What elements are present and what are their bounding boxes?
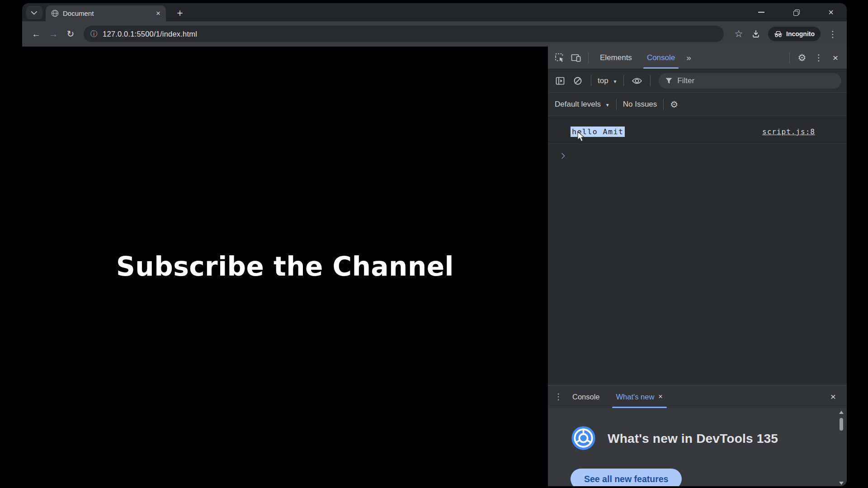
console-source-link[interactable]: script.js:8 bbox=[762, 127, 815, 136]
divider bbox=[616, 99, 617, 110]
drawer-tab-whats-new-label: What's new bbox=[616, 393, 655, 401]
console-sidebar-toggle-button[interactable] bbox=[553, 74, 567, 88]
bookmark-star-icon[interactable]: ☆ bbox=[731, 26, 746, 42]
sidebar-panel-icon bbox=[556, 77, 565, 85]
minimize-button[interactable] bbox=[755, 5, 768, 19]
drawer-scrollbar[interactable] bbox=[838, 411, 844, 485]
tab-title: Document bbox=[63, 9, 152, 17]
clear-console-icon bbox=[573, 76, 582, 85]
context-selector-label: top bbox=[598, 76, 609, 85]
incognito-label: Incognito bbox=[786, 30, 815, 38]
scrollbar-track[interactable] bbox=[838, 414, 844, 482]
filter-funnel-icon bbox=[665, 78, 672, 84]
screenshot-root: Document × + × ← → ↻ ⓘ 127.0.0.1:5500/1/… bbox=[0, 0, 868, 488]
tab-console-label: Console bbox=[647, 53, 675, 62]
url-text: 127.0.0.1:5500/1/index.html bbox=[103, 30, 197, 38]
log-levels-dropdown[interactable]: Default levels ▼ bbox=[555, 100, 610, 109]
inspect-element-button[interactable] bbox=[552, 51, 566, 65]
restore-icon bbox=[793, 9, 799, 15]
devtools-panel: Elements Console » ⚙ ⋮ × bbox=[548, 47, 847, 486]
page-heading: Subscribe the Channel bbox=[116, 251, 454, 282]
whats-new-panel: What's new in DevTools 135 See all new f… bbox=[548, 408, 847, 486]
downloads-button[interactable] bbox=[748, 26, 764, 42]
restore-button[interactable] bbox=[789, 5, 803, 19]
device-toolbar-icon bbox=[571, 53, 581, 62]
more-tabs-button[interactable]: » bbox=[684, 53, 693, 63]
clear-console-button[interactable] bbox=[571, 74, 585, 88]
address-bar[interactable]: ⓘ 127.0.0.1:5500/1/index.html bbox=[84, 26, 724, 42]
divider bbox=[623, 75, 624, 86]
filter-placeholder: Filter bbox=[677, 76, 694, 85]
download-icon bbox=[751, 29, 760, 38]
back-button[interactable]: ← bbox=[28, 26, 44, 42]
mouse-cursor bbox=[576, 131, 586, 142]
devtools-logo-icon bbox=[571, 425, 596, 451]
site-info-icon[interactable]: ⓘ bbox=[90, 29, 98, 39]
browser-window: Document × + × ← → ↻ ⓘ 127.0.0.1:5500/1/… bbox=[22, 3, 847, 486]
titlebar: Document × + × bbox=[22, 3, 847, 21]
window-close-button[interactable]: × bbox=[824, 5, 838, 19]
globe-favicon-icon bbox=[51, 9, 59, 17]
scroll-up-icon[interactable] bbox=[839, 411, 844, 414]
console-toolbar: top ▼ Filter bbox=[548, 69, 847, 93]
forward-button[interactable]: → bbox=[46, 26, 61, 42]
scrollbar-thumb[interactable] bbox=[840, 418, 843, 431]
whats-new-title: What's new in DevTools 135 bbox=[608, 432, 778, 446]
tab-close-icon[interactable]: × bbox=[156, 9, 160, 18]
drawer-tabbar: ⋮ Console What's new × × bbox=[548, 385, 847, 408]
reload-button[interactable]: ↻ bbox=[63, 26, 78, 42]
devtools-settings-button[interactable]: ⚙ bbox=[795, 51, 809, 65]
console-message-row[interactable]: hello Amit script.js:8 bbox=[548, 120, 847, 144]
divider bbox=[789, 52, 790, 63]
page-viewport: Subscribe the Channel bbox=[22, 47, 548, 486]
scroll-down-icon[interactable] bbox=[839, 482, 844, 485]
issues-counter[interactable]: No Issues bbox=[623, 100, 657, 109]
drawer-menu-button[interactable]: ⋮ bbox=[554, 392, 562, 402]
tab-search-button[interactable] bbox=[26, 6, 42, 19]
console-levels-bar: Default levels ▼ No Issues ⚙ bbox=[548, 93, 847, 116]
drawer-tab-whats-new[interactable]: What's new × bbox=[610, 385, 669, 408]
divider bbox=[591, 75, 591, 86]
divider bbox=[588, 52, 589, 63]
chevron-down-icon: ▼ bbox=[605, 103, 610, 108]
window-controls: × bbox=[755, 3, 838, 21]
divider bbox=[663, 99, 664, 110]
tab-console[interactable]: Console bbox=[641, 47, 681, 69]
browser-tab[interactable]: Document × bbox=[46, 5, 166, 21]
see-all-features-button[interactable]: See all new features bbox=[571, 469, 682, 486]
console-settings-button[interactable]: ⚙ bbox=[670, 99, 678, 110]
chevron-down-icon: ▼ bbox=[613, 79, 617, 84]
device-toolbar-button[interactable] bbox=[569, 51, 583, 65]
context-selector[interactable]: top ▼ bbox=[598, 76, 617, 85]
console-prompt[interactable] bbox=[548, 144, 847, 160]
eye-icon bbox=[632, 77, 642, 85]
incognito-badge: Incognito bbox=[768, 27, 821, 41]
console-prompt-chevron-icon bbox=[559, 153, 565, 159]
devtools-close-button[interactable]: × bbox=[829, 51, 842, 65]
console-output: hello Amit script.js:8 bbox=[548, 116, 847, 385]
drawer-tab-console[interactable]: Console bbox=[566, 385, 606, 408]
chevron-down-icon bbox=[31, 9, 37, 15]
new-tab-button[interactable]: + bbox=[173, 7, 187, 19]
minimize-icon bbox=[758, 12, 764, 13]
browser-toolbar: ← → ↻ ⓘ 127.0.0.1:5500/1/index.html ☆ bbox=[22, 21, 847, 47]
tab-elements[interactable]: Elements bbox=[594, 47, 638, 69]
devtools-tabbar: Elements Console » ⚙ ⋮ × bbox=[548, 47, 847, 69]
inspect-cursor-icon bbox=[555, 53, 564, 62]
filter-input[interactable]: Filter bbox=[659, 73, 841, 89]
drawer-close-button[interactable]: × bbox=[830, 391, 840, 402]
content-area: Subscribe the Channel bbox=[22, 47, 847, 486]
log-levels-label: Default levels bbox=[555, 100, 601, 108]
active-tab-underline bbox=[643, 67, 679, 69]
divider bbox=[650, 75, 651, 86]
live-expression-button[interactable] bbox=[630, 74, 644, 88]
drawer-tab-close-icon[interactable]: × bbox=[658, 393, 662, 401]
devtools-menu-button[interactable]: ⋮ bbox=[812, 51, 826, 65]
browser-menu-button[interactable]: ⋮ bbox=[825, 26, 840, 42]
incognito-icon bbox=[774, 31, 783, 38]
